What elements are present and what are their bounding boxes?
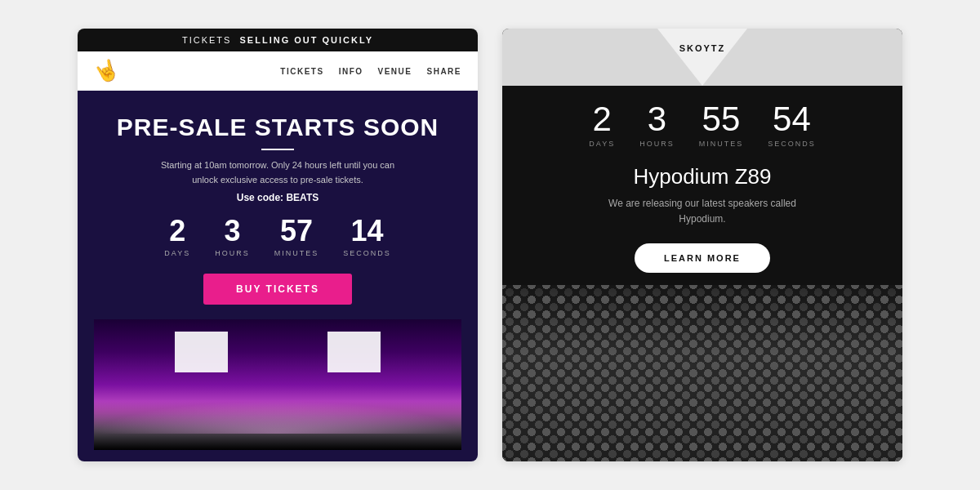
presale-description: Starting at 10am tomorrow. Only 24 hours… bbox=[155, 158, 400, 187]
product-title: Hypodium Z89 bbox=[633, 164, 771, 189]
right-seconds-value: 54 bbox=[773, 102, 811, 136]
presale-title: PRE-SALE STARTS SOON bbox=[117, 114, 439, 140]
banner-text-bold: SELLING OUT QUICKLY bbox=[240, 35, 374, 45]
days-label: DAYS bbox=[164, 249, 190, 257]
nav-bar: 🤘 TICKETS INFO VENUE SHARE bbox=[78, 51, 478, 91]
right-countdown-days: 2 DAYS bbox=[589, 102, 615, 148]
countdown-days: 2 DAYS bbox=[164, 216, 190, 257]
right-countdown-hours: 3 HOURS bbox=[639, 102, 675, 148]
buy-tickets-button[interactable]: BUY TICKETS bbox=[203, 274, 352, 305]
right-seconds-label: SECONDS bbox=[768, 140, 816, 148]
right-card: SKOYTZ 2 DAYS 3 HOURS 55 MINUTES 54 SECO… bbox=[502, 29, 902, 461]
banner-text-normal: TICKETS bbox=[182, 35, 231, 45]
main-section: PRE-SALE STARTS SOON Starting at 10am to… bbox=[78, 91, 478, 461]
minutes-label: MINUTES bbox=[274, 249, 319, 257]
countdown-hours: 3 HOURS bbox=[215, 216, 250, 257]
countdown-minutes: 57 MINUTES bbox=[274, 216, 319, 257]
countdown-timer: 2 DAYS 3 HOURS 57 MINUTES 14 SECONDS bbox=[164, 216, 390, 257]
hours-value: 3 bbox=[224, 216, 240, 246]
brand-top: SKOYTZ bbox=[502, 29, 902, 86]
right-hours-label: HOURS bbox=[639, 140, 675, 148]
nav-tickets[interactable]: TICKETS bbox=[280, 67, 323, 76]
nav-venue[interactable]: VENUE bbox=[378, 67, 412, 76]
left-card: TICKETS SELLING OUT QUICKLY 🤘 TICKETS IN… bbox=[78, 29, 478, 461]
minutes-value: 57 bbox=[280, 216, 313, 246]
right-countdown-timer: 2 DAYS 3 HOURS 55 MINUTES 54 SECONDS bbox=[572, 86, 831, 156]
speaker-image bbox=[502, 285, 902, 461]
divider bbox=[261, 149, 294, 150]
days-value: 2 bbox=[169, 216, 185, 246]
concert-image bbox=[94, 319, 461, 450]
speaker-overlay bbox=[502, 285, 902, 461]
right-days-label: DAYS bbox=[589, 140, 615, 148]
seconds-label: SECONDS bbox=[343, 249, 391, 257]
countdown-seconds: 14 SECONDS bbox=[343, 216, 391, 257]
brand-logo: 🤘 bbox=[91, 56, 122, 87]
right-days-value: 2 bbox=[593, 102, 612, 136]
brand-triangle bbox=[657, 29, 747, 86]
right-countdown-seconds: 54 SECONDS bbox=[768, 102, 816, 148]
right-hours-value: 3 bbox=[648, 102, 666, 136]
nav-info[interactable]: INFO bbox=[339, 67, 363, 76]
seconds-value: 14 bbox=[350, 216, 383, 246]
hours-label: HOURS bbox=[215, 249, 250, 257]
ticket-banner: TICKETS SELLING OUT QUICKLY bbox=[78, 29, 478, 51]
learn-more-button[interactable]: LEARN MORE bbox=[635, 243, 770, 273]
product-description: We are releasing our latest speakers cal… bbox=[596, 196, 808, 227]
right-minutes-label: MINUTES bbox=[699, 140, 744, 148]
promo-code: Use code: BEATS bbox=[237, 192, 318, 203]
right-countdown-minutes: 55 MINUTES bbox=[699, 102, 744, 148]
nav-links: TICKETS INFO VENUE SHARE bbox=[280, 67, 461, 76]
brand-name: SKOYTZ bbox=[679, 43, 726, 53]
right-minutes-value: 55 bbox=[702, 102, 741, 136]
nav-share[interactable]: SHARE bbox=[426, 67, 461, 76]
